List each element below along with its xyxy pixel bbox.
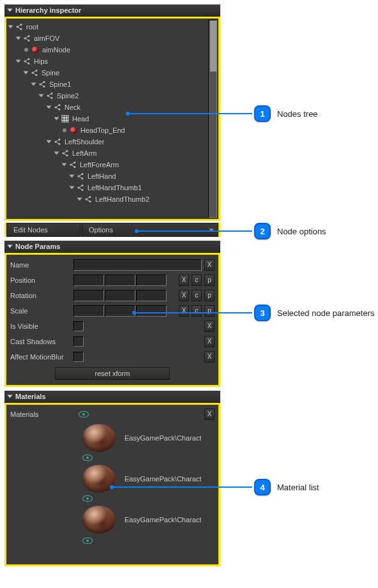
share-icon xyxy=(45,91,54,100)
collapse-icon xyxy=(8,9,13,12)
tree-node[interactable]: LeftShoulder xyxy=(9,136,218,147)
scrollbar-thumb[interactable] xyxy=(210,20,216,72)
p-button[interactable]: p xyxy=(204,275,215,286)
c-button[interactable]: c xyxy=(192,275,202,286)
tree-node[interactable]: LeftArm xyxy=(9,147,218,159)
expand-icon[interactable] xyxy=(54,117,59,121)
is-visible-checkbox[interactable] xyxy=(73,321,84,331)
eye-icon[interactable] xyxy=(82,538,93,544)
materials-head-row: Materials X xyxy=(10,407,215,421)
scale-y-input[interactable] xyxy=(105,305,135,317)
tree-node[interactable]: Spine2 xyxy=(9,90,218,102)
expand-icon[interactable] xyxy=(8,26,13,29)
p-button[interactable]: p xyxy=(204,290,215,301)
material-swatch[interactable] xyxy=(82,465,116,493)
svg-line-23 xyxy=(41,82,43,84)
svg-line-24 xyxy=(41,85,43,87)
collapse-icon xyxy=(8,245,13,248)
c-button[interactable]: c xyxy=(192,305,202,317)
edit-nodes-button[interactable]: Edit Nodes xyxy=(6,223,80,237)
position-y-input[interactable] xyxy=(105,275,135,286)
rotation-y-input[interactable] xyxy=(105,290,135,301)
scale-z-input[interactable] xyxy=(136,305,167,317)
x-button[interactable]: X xyxy=(179,290,189,301)
expand-icon[interactable] xyxy=(16,37,21,40)
tree-node[interactable]: Hips xyxy=(9,56,218,67)
tree-node-label: LeftHandThumb2 xyxy=(95,195,149,203)
expand-icon[interactable] xyxy=(54,152,59,155)
callout-text: Node options xyxy=(277,227,326,236)
expand-icon[interactable] xyxy=(47,140,52,144)
tree-node[interactable]: Head xyxy=(9,113,218,124)
expand-icon[interactable] xyxy=(24,72,29,75)
tree-node-label: LeftHandThumb1 xyxy=(87,184,142,192)
hierarchy-header[interactable]: Hierarchy inspector xyxy=(4,4,220,17)
tree-node[interactable]: LeftHand xyxy=(9,170,218,182)
nodes-tree[interactable]: rootaimFOVaimNodeHipsSpineSpine1Spine2Ne… xyxy=(6,19,218,219)
eye-icon[interactable] xyxy=(79,411,89,418)
material-item[interactable]: EasyGamePack\Charact xyxy=(82,455,215,493)
name-input[interactable] xyxy=(73,259,202,271)
nodes-tree-box: rootaimFOVaimNodeHipsSpineSpine1Spine2Ne… xyxy=(4,17,220,221)
x-button[interactable]: X xyxy=(204,409,215,420)
sphere-icon xyxy=(31,45,40,54)
tree-node[interactable]: aimNode xyxy=(9,44,218,56)
eye-icon[interactable] xyxy=(82,495,93,502)
tree-node[interactable]: Spine1 xyxy=(9,79,218,90)
cast-shadows-checkbox[interactable] xyxy=(73,336,84,347)
tree-node-label: LeftShoulder xyxy=(64,138,104,146)
position-z-input[interactable] xyxy=(136,275,167,286)
x-button[interactable]: X xyxy=(179,275,189,286)
x-button[interactable]: X xyxy=(179,305,189,317)
materials-header[interactable]: Materials xyxy=(4,391,220,403)
callout-3: 3 Selected node parameters xyxy=(254,305,374,321)
material-item[interactable]: EasyGamePack\Charact xyxy=(82,495,215,534)
tree-node[interactable]: HeadTop_End xyxy=(9,124,218,136)
tree-node[interactable]: LeftHandThumb2 xyxy=(9,193,218,205)
expand-icon[interactable] xyxy=(31,83,36,86)
p-button[interactable]: p xyxy=(204,305,215,317)
material-item[interactable]: EasyGamePack\Charact xyxy=(82,424,215,452)
share-icon xyxy=(76,172,85,181)
x-button[interactable]: X xyxy=(204,351,215,363)
reset-xform-button[interactable]: reset xform xyxy=(55,367,170,380)
position-x-input[interactable] xyxy=(73,275,104,286)
eye-icon[interactable] xyxy=(82,455,93,461)
param-row-position: Position X c p xyxy=(10,273,215,288)
rotation-x-input[interactable] xyxy=(73,290,104,301)
expand-icon[interactable] xyxy=(70,175,75,178)
scale-x-input[interactable] xyxy=(73,305,104,317)
tree-node[interactable]: aimFOV xyxy=(9,33,218,44)
x-button[interactable]: X xyxy=(204,259,215,271)
tree-node[interactable]: root xyxy=(9,21,218,33)
node-params-header[interactable]: Node Params xyxy=(4,241,220,253)
material-name: EasyGamePack\Charact xyxy=(125,434,201,442)
expand-icon[interactable] xyxy=(70,186,75,190)
materials-title: Materials xyxy=(15,393,46,400)
expand-icon[interactable] xyxy=(16,60,21,63)
expand-icon[interactable] xyxy=(47,106,52,109)
expand-icon[interactable] xyxy=(39,94,44,98)
hierarchy-title: Hierarchy inspector xyxy=(15,6,81,14)
svg-line-39 xyxy=(56,142,59,144)
expand-icon[interactable] xyxy=(77,198,82,201)
tree-node[interactable]: Spine xyxy=(9,67,218,79)
tree-node[interactable]: Neck xyxy=(9,102,218,113)
material-swatch[interactable] xyxy=(82,424,116,452)
param-row-motionblur: Affect MotionBlur X xyxy=(10,349,215,365)
material-swatch[interactable] xyxy=(82,506,116,534)
svg-line-43 xyxy=(64,151,66,153)
x-button[interactable]: X xyxy=(204,320,215,332)
x-button[interactable]: X xyxy=(204,336,215,347)
share-icon xyxy=(30,68,39,77)
material-name: EasyGamePack\Charact xyxy=(125,516,201,524)
expand-icon[interactable] xyxy=(62,163,67,167)
param-row-name: Name X xyxy=(10,257,215,273)
tree-node[interactable]: LeftHandThumb1 xyxy=(9,182,218,193)
options-dropdown[interactable]: Options xyxy=(82,223,218,237)
rotation-z-input[interactable] xyxy=(136,290,167,301)
tree-node[interactable]: LeftForeArm xyxy=(9,159,218,170)
c-button[interactable]: c xyxy=(192,290,202,301)
sphere-icon xyxy=(69,126,78,135)
motionblur-checkbox[interactable] xyxy=(73,352,84,362)
